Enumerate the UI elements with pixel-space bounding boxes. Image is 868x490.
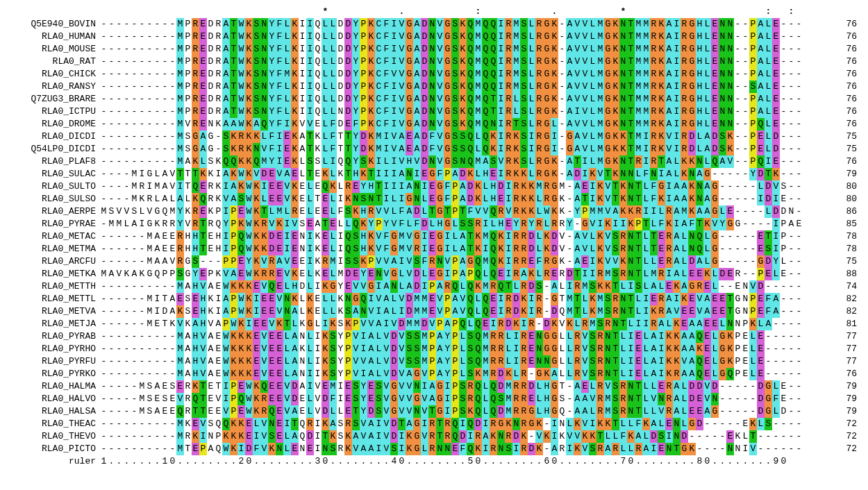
sequence-label: RLA0_CHICK <box>6 68 100 81</box>
sequence-label: RLA0_HUMAN <box>6 31 100 43</box>
sequence: ----------MPREDRATWKSNYFMKIIQLLDDYPKCFVV… <box>100 68 803 81</box>
sequence: ----------MPREDRATWKSNYFLKIIQLLDDYPKCFIV… <box>100 43 803 56</box>
sequence: ----MRIMAVITQERKIAKWKIEEVKELEQKLREYHTIII… <box>100 180 803 193</box>
residue-count: 76 <box>803 155 857 168</box>
sequence: -----MSESEVRQTEVIPQWKREEVDELVDFIESYESVGV… <box>100 393 803 405</box>
residue-count: 88 <box>803 268 857 280</box>
residue-count: 79 <box>803 380 857 393</box>
alignment-row: RLA0_SULTO----MRIMAVITQERKIAKWKIEEVKELEQ… <box>6 180 862 193</box>
sequence-label: RLA0_METAC <box>6 230 100 243</box>
sequence: ----------MSGAG-SKRKKLFIEKATKLFTTYDKMIVA… <box>100 130 803 143</box>
alignment-row: RLA0_PICTO----------MTEPAQWKIDFVKNLENEIN… <box>6 443 862 455</box>
alignment-row: RLA0_METTL------MITAESEHKIAPWKIEEVNKLKEL… <box>6 293 862 305</box>
residue-count: 77 <box>803 355 857 368</box>
alignment-row: RLA0_ARCFU------MAAVRGS---PPEYKVRAVEEIKR… <box>6 255 862 268</box>
sequence-label: RLA0_SULAC <box>6 168 100 180</box>
sequence-label: RLA0_METTL <box>6 293 100 305</box>
sequence-label: RLA0_PYRFU <box>6 355 100 368</box>
residue-count: 77 <box>803 343 857 355</box>
alignment-row: RLA0_RAT----------MPREDRATWKSNYFLKIIQLLD… <box>6 56 862 68</box>
sequence: ----MIGLAVTTTKKIAKWKVDEVAELTEKLKTHKTIIIA… <box>100 168 803 180</box>
sequence: ----MKRLALALKQRKVASWKLEEVKELTELIKNSNTILI… <box>100 193 803 205</box>
sequence-label: RLA0_METJA <box>6 318 100 330</box>
sequence-label: Q7ZUG3_BRARE <box>6 93 100 105</box>
alignment-row: RLA0_METAC------MAEERHHTEHIPQWKKDEIENIKE… <box>6 230 862 243</box>
alignment-row: RLA0_METVA------MIDAKSEHKIAPWKIEEVNALKEL… <box>6 305 862 318</box>
sequence: ----------MSGAG-SKRKNVFIEKATKLFTTYDKMIVA… <box>100 143 803 155</box>
sequence-label: RLA0_PYRHO <box>6 343 100 355</box>
residue-count: 78 <box>803 230 857 243</box>
residue-count: 81 <box>803 318 857 330</box>
residue-count: 76 <box>803 93 857 105</box>
sequence: ----------MVRENKAAWKAQYFIKVVELFDEFPKCFIV… <box>100 118 803 130</box>
alignment-row: RLA0_HALMA-----MSAESERKTETIPEWKQEEVDAIVE… <box>6 380 862 393</box>
alignment-row: RLA0_METMA------MAEERHHTEHIPQWKKDEIENIKE… <box>6 243 862 255</box>
sequence-label: RLA0_SULTO <box>6 180 100 193</box>
sequence: ----------MRKINPKKKEIVSELAQDITKSKAVAIVDI… <box>100 430 803 443</box>
alignment-row: RLA0_PYRHO----------MAHVAEWKKKEVEELAKLIK… <box>6 343 862 355</box>
alignment-row: RLA0_AERPEMSVVSLVGQMYKREKPIPEWKTLMLRELEE… <box>6 205 862 218</box>
sequence: MSVVSLVGQMYKREKPIPEWKTLMLRELEELFSKHRVVLF… <box>100 205 803 218</box>
sequence-label: RLA0_HALSA <box>6 405 100 418</box>
sequence-label: RLA0_THEAC <box>6 418 100 430</box>
sequence-label: RLA0_HALMA <box>6 380 100 393</box>
sequence-label: Q5E940_BOVIN <box>6 18 100 31</box>
alignment-row: Q7ZUG3_BRARE----------MPREDRATWKSNYFLKII… <box>6 93 862 105</box>
sequence-label: RLA0_PICTO <box>6 443 100 455</box>
residue-count: 76 <box>803 105 857 118</box>
sequence: ----------MAHVAEWKKKEVQELHDLIKGYEVVGIANL… <box>100 280 803 293</box>
residue-count: 76 <box>803 43 857 56</box>
sequence-label: RLA0_HALVO <box>6 393 100 405</box>
residue-count: 78 <box>803 243 857 255</box>
residue-count: 72 <box>803 430 857 443</box>
residue-count: 72 <box>803 418 857 430</box>
sequence-label: RLA0_PYRAE <box>6 218 100 230</box>
sequence: ----------MAHVAEWKKKEVEELANLIKSYPVIALVDV… <box>100 330 803 343</box>
alignment-row: RLA0_PYRAB----------MAHVAEWKKKEVEELANLIK… <box>6 330 862 343</box>
sequence: -MMLAIGKRRYVRTRQYPKWKRVKIVSEATELLQKYPYVF… <box>100 218 803 230</box>
alignment-row: RLA0_HUMAN----------MPREDRATWKSNYFLKIIQL… <box>6 31 862 43</box>
residue-count: 75 <box>803 255 857 268</box>
residue-count: 80 <box>803 180 857 193</box>
sequence: ----------MAHVAEWKKKEVEELANLIKSYPVVALVDV… <box>100 355 803 368</box>
sequence-label: RLA0_ICTPU <box>6 105 100 118</box>
sequence: ----------MPREDRATWKSNYFLKIIQLLDDYPKCFIV… <box>100 18 803 31</box>
alignment-row: RLA0_THEAC----------MKEVSQQKKELVNEITQRIK… <box>6 418 862 430</box>
residue-count: 75 <box>803 143 857 155</box>
alignment-row: RLA0_PLAF8----------MAKLSKQQKKQMYIEKLSSL… <box>6 155 862 168</box>
residue-count: 82 <box>803 305 857 318</box>
sequence-label: RLA0_DROME <box>6 118 100 130</box>
sequence: ------MIDAKSEHKIAPWKIEEVNALKELLKSANVIALI… <box>100 305 803 318</box>
residue-count: 76 <box>803 368 857 380</box>
sequence: -----MSAESERKTETIPEWKQEEVDAIVEMIESYESVGV… <box>100 380 803 393</box>
sequence: ------MAEERHHTEHIPQWKKDEIENIKELIQSHKVFGM… <box>100 243 803 255</box>
alignment-row: RLA0_DICDI----------MSGAG-SKRKKLFIEKATKL… <box>6 130 862 143</box>
alignment-row: RLA0_ICTPU----------MPREDRATWKSNYFLKIIQL… <box>6 105 862 118</box>
alignment-row: RLA0_MOUSE----------MPREDRATWKSNYFLKIIQL… <box>6 43 862 56</box>
sequence-label: RLA0_METTH <box>6 280 100 293</box>
sequence-label: RLA0_RAT <box>6 56 100 68</box>
sequence: ----------MPREDRATWKSNYFLKIIQLLDDYPKCFIV… <box>100 31 803 43</box>
residue-count: 76 <box>803 81 857 93</box>
alignment-row: Q54LP0_DICDI----------MSGAG-SKRKNVFIEKAT… <box>6 143 862 155</box>
sequence-label: RLA0_SULSO <box>6 193 100 205</box>
sequence-label: RLA0_PLAF8 <box>6 155 100 168</box>
sequence: ----------MAHVAEWKKKEVEELANIIKSYPVIALVDV… <box>100 368 803 380</box>
residue-count: 77 <box>803 330 857 343</box>
residue-count: 76 <box>803 56 857 68</box>
alignment-row: RLA0_HALVO-----MSESEVRQTEVIPQWKREEVDELVD… <box>6 393 862 405</box>
sequence-label: RLA0_DICDI <box>6 130 100 143</box>
sequence: ------METKVKAHVAPWKIEEVKTLKGLIKSKPVVAIVD… <box>100 318 803 330</box>
alignment-row: RLA0_CHICK----------MPREDRATWKSNYFMKIIQL… <box>6 68 862 81</box>
residue-count: 74 <box>803 280 857 293</box>
residue-count: 82 <box>803 293 857 305</box>
residue-count: 79 <box>803 393 857 405</box>
sequence: -----MSAEEQRTTEEVPEWKRQEVAELVDLLETYDSVGV… <box>100 405 803 418</box>
alignment-row: RLA0_PYRKO----------MAHVAEWKKKEVEELANIIK… <box>6 368 862 380</box>
alignment-row: RLA0_METKAMAVKAKGQPPSGYEPKVAEWKRREVKELKE… <box>6 268 862 280</box>
sequence-label: RLA0_PYRKO <box>6 368 100 380</box>
sequence-label: RLA0_THEVO <box>6 430 100 443</box>
sequence: ----------MPREDRATWKSNYFLKIIQLLNDYPKCFIV… <box>100 105 803 118</box>
alignment-row: RLA0_METTH----------MAHVAEWKKKEVQELHDLIK… <box>6 280 862 293</box>
ruler-row: ruler1.......10........20........30.....… <box>6 455 862 468</box>
